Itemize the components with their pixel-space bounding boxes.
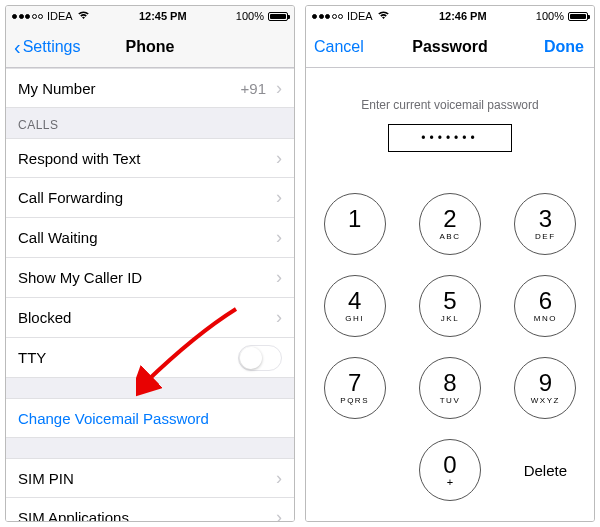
status-bar: IDEA 12:45 PM 100% [6,6,294,26]
chevron-right-icon: › [276,507,282,521]
right-phone-frame: IDEA 12:46 PM 100% Cancel Password Done … [305,5,595,522]
settings-list: My Number +91 › CALLS Respond with Text … [6,68,294,521]
cell-label: Call Forwarding [18,189,123,206]
battery-percent: 100% [536,10,564,22]
cell-label: TTY [18,349,46,366]
keypad-7[interactable]: 7 PQRS [324,357,386,419]
cell-label: Blocked [18,309,71,326]
wifi-icon [77,10,90,22]
keypad-blank [324,439,386,501]
battery-percent: 100% [236,10,264,22]
password-prompt: Enter current voicemail password [306,98,594,112]
keypad-5[interactable]: 5 JKL [419,275,481,337]
battery-icon [568,12,588,21]
chevron-right-icon: › [276,148,282,169]
wifi-icon [377,10,390,22]
signal-dots-icon [312,14,343,19]
tty-toggle[interactable] [238,345,282,371]
calls-header: CALLS [6,108,294,138]
chevron-left-icon: ‹ [14,37,21,57]
digit: 8 [443,371,456,395]
cell-label: SIM Applications [18,509,129,521]
digit: 7 [348,371,361,395]
done-button[interactable]: Done [544,26,584,67]
status-time: 12:45 PM [139,10,187,22]
respond-with-text-cell[interactable]: Respond with Text › [6,138,294,178]
keypad-8[interactable]: 8 TUV [419,357,481,419]
letters: DEF [535,232,556,241]
digit: 9 [539,371,552,395]
status-time: 12:46 PM [439,10,487,22]
digit: 5 [443,289,456,313]
sim-pin-cell[interactable]: SIM PIN › [6,458,294,498]
password-body: Enter current voicemail password •••••••… [306,68,594,521]
digit: 2 [443,207,456,231]
nav-bar: Cancel Password Done [306,26,594,68]
change-voicemail-password-cell[interactable]: Change Voicemail Password [6,398,294,438]
chevron-right-icon: › [276,307,282,328]
keypad-4[interactable]: 4 GHI [324,275,386,337]
letters [353,232,357,241]
digit: 0 [443,453,456,477]
page-title: Phone [126,38,175,56]
back-button[interactable]: ‹ Settings [14,26,80,67]
sim-applications-cell[interactable]: SIM Applications › [6,498,294,521]
cell-label: Call Waiting [18,229,97,246]
status-bar: IDEA 12:46 PM 100% [306,6,594,26]
cancel-label: Cancel [314,38,364,56]
done-label: Done [544,38,584,56]
digit: 1 [348,207,361,231]
letters: GHI [345,314,364,323]
cell-label: Show My Caller ID [18,269,142,286]
keypad-1[interactable]: 1 [324,193,386,255]
back-label: Settings [23,38,81,56]
password-field[interactable]: ••••••• [388,124,512,152]
call-forwarding-cell[interactable]: Call Forwarding › [6,178,294,218]
digit: 4 [348,289,361,313]
signal-dots-icon [12,14,43,19]
chevron-right-icon: › [276,187,282,208]
cell-label: Respond with Text [18,150,140,167]
letters: MNO [534,314,557,323]
tty-cell: TTY [6,338,294,378]
my-number-value: +91 [241,80,266,97]
keypad-9[interactable]: 9 WXYZ [514,357,576,419]
carrier-label: IDEA [47,10,73,22]
keypad-6[interactable]: 6 MNO [514,275,576,337]
chevron-right-icon: › [276,267,282,288]
letters: PQRS [340,396,369,405]
letters: ABC [440,232,461,241]
battery-icon [268,12,288,21]
keypad-delete-button[interactable]: Delete [524,462,567,479]
letters: TUV [440,396,461,405]
digit: 3 [539,207,552,231]
digit: 6 [539,289,552,313]
nav-bar: ‹ Settings Phone [6,26,294,68]
cell-label: Change Voicemail Password [18,410,209,427]
chevron-right-icon: › [276,468,282,489]
blocked-cell[interactable]: Blocked › [6,298,294,338]
keypad-3[interactable]: 3 DEF [514,193,576,255]
cancel-button[interactable]: Cancel [314,26,364,67]
carrier-label: IDEA [347,10,373,22]
left-phone-frame: IDEA 12:45 PM 100% ‹ Settings Phone My N… [5,5,295,522]
my-number-label: My Number [18,80,96,97]
cell-label: SIM PIN [18,470,74,487]
chevron-right-icon: › [276,227,282,248]
call-waiting-cell[interactable]: Call Waiting › [6,218,294,258]
letters: WXYZ [531,396,560,405]
show-caller-id-cell[interactable]: Show My Caller ID › [6,258,294,298]
my-number-cell[interactable]: My Number +91 › [6,68,294,108]
keypad-0[interactable]: 0 + [419,439,481,501]
letters: JKL [441,314,459,323]
chevron-right-icon: › [276,78,282,99]
page-title: Password [412,38,488,56]
keypad-2[interactable]: 2 ABC [419,193,481,255]
number-keypad: 1 2 ABC 3 DEF 4 GHI 5 JKL [306,179,594,521]
letters: + [447,476,453,488]
